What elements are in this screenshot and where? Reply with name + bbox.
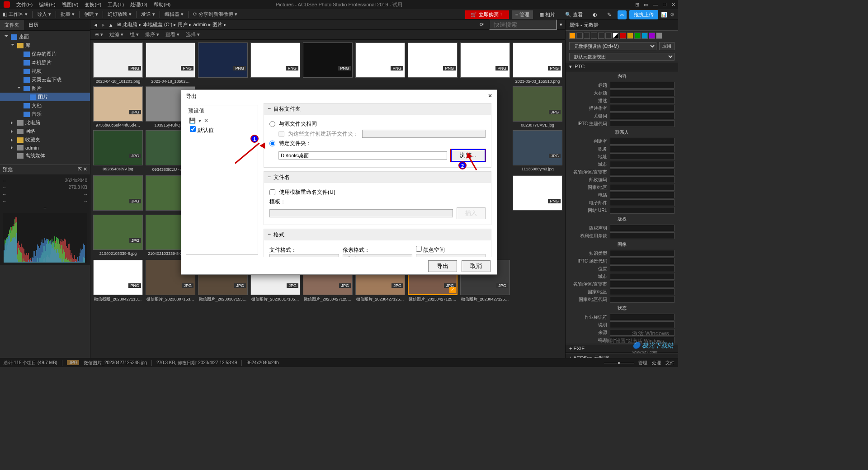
thumbnail[interactable]: PNG	[460, 42, 510, 84]
meta-input[interactable]	[610, 314, 675, 320]
thumbnail[interactable]: JPG0928548sjNV.jpg	[93, 130, 143, 173]
tab-folders[interactable]: 文件夹	[0, 20, 24, 30]
filter-select[interactable]: 选择 ▾	[186, 31, 200, 38]
breadcrumb[interactable]: 🖥 此电脑 ▸ 本地磁盘 (C:) ▸ 用户 ▸ admin ▸ 图片 ▸	[116, 21, 226, 28]
label-yellow[interactable]	[627, 33, 633, 39]
meta-input[interactable]	[610, 176, 675, 183]
file-format-select[interactable]: JPG - JPEG	[269, 254, 339, 257]
status-manage[interactable]: 管理	[638, 360, 647, 366]
filter-sort[interactable]: 排序 ▾	[145, 31, 159, 38]
tb-workspace[interactable]: ◧ 工作区 ▾	[3, 11, 28, 18]
tb-send[interactable]: 发送 ▾	[141, 11, 155, 18]
thumbnail[interactable]: JPG210402103339-8.jpg	[93, 215, 143, 257]
meta-input[interactable]	[610, 113, 675, 119]
meta-input[interactable]	[610, 199, 675, 206]
menu-view[interactable]: 视图(V)	[62, 1, 79, 8]
meta-input[interactable]	[610, 82, 675, 89]
metadata-preset-select[interactable]: 元数据预设值 (Ctrl+M)	[569, 42, 656, 50]
tree-item[interactable]: admin	[0, 144, 90, 151]
tree-item[interactable]: 保存的图片	[0, 50, 90, 58]
section-iptc[interactable]: ▾ IPTC	[566, 62, 678, 71]
tree-item[interactable]: 收藏夹	[0, 136, 90, 144]
status-file[interactable]: 文件	[665, 360, 675, 366]
chart-icon[interactable]: 📊	[661, 12, 667, 18]
tree-item[interactable]: 图片	[0, 84, 90, 93]
meta-input[interactable]	[610, 232, 675, 239]
menu-file[interactable]: 文件(F)	[16, 1, 33, 8]
filter-view[interactable]: 查看 ▾	[165, 31, 179, 38]
menu-process[interactable]: 处理(O)	[130, 1, 147, 8]
section-dest-header[interactable]: −目标文件夹	[264, 103, 491, 115]
thumbnail[interactable]: JPG	[93, 175, 143, 212]
rate-1[interactable]	[576, 33, 583, 39]
btn-sync-icon[interactable]: ⊞	[635, 2, 639, 8]
mode-photos[interactable]: ▦ 相片	[536, 10, 559, 19]
meta-input[interactable]	[610, 207, 675, 214]
preset-default[interactable]: 默认值	[186, 125, 258, 136]
meta-input[interactable]	[610, 97, 675, 104]
meta-input[interactable]	[610, 281, 675, 287]
meta-input[interactable]	[610, 296, 675, 303]
tb-slideshow[interactable]: 幻灯放映 ▾	[108, 11, 132, 18]
tree-item[interactable]: 天翼云盘下载	[0, 75, 90, 84]
thumbnail[interactable]: PNG微信截图_20230427113…	[93, 260, 143, 302]
tree-item[interactable]: 离线媒体	[0, 151, 90, 160]
pixel-format-select[interactable]: 自动	[343, 254, 412, 257]
preset-default-check[interactable]	[190, 126, 196, 132]
meta-input[interactable]	[610, 89, 675, 96]
color-orange[interactable]	[569, 33, 576, 39]
preset-dropdown-icon[interactable]: ▾	[198, 118, 201, 124]
cloud-icon[interactable]: ∞	[618, 10, 627, 19]
thumbnail[interactable]: PNG	[408, 42, 458, 84]
preset-delete-icon[interactable]: ✕	[204, 118, 208, 124]
thumbnail[interactable]: JPG9736b68c68f444f65d4…	[93, 86, 143, 127]
meta-input[interactable]	[610, 250, 675, 257]
thumbnail[interactable]: PNG2023-04-18_101203.png	[93, 42, 143, 84]
tree-item[interactable]: 库	[0, 41, 90, 50]
folder-tree[interactable]: 桌面库保存的图片本机照片视频天翼云盘下载图片图片文档音乐此电脑网络收藏夹admi…	[0, 31, 90, 162]
tb-share[interactable]: ⟳ 分享到新浪微博 ▾	[193, 11, 237, 18]
meta-input[interactable]	[610, 138, 675, 145]
thumbnail[interactable]: PNG	[198, 42, 248, 84]
tree-item[interactable]: 桌面	[0, 33, 90, 41]
apply-button[interactable]: 应用	[659, 42, 675, 50]
filter-filter[interactable]: 过滤 ▾	[109, 31, 123, 38]
meta-input[interactable]	[610, 169, 675, 175]
thumbnail[interactable]: JPG0823077CAVE.jpg	[513, 86, 562, 127]
search-input[interactable]	[489, 19, 557, 30]
meta-input[interactable]	[610, 225, 675, 231]
nav-back-icon[interactable]: ◄	[93, 22, 98, 28]
rate-4[interactable]	[598, 33, 604, 39]
mode-x1[interactable]: ◐	[589, 11, 601, 19]
meta-input[interactable]	[610, 258, 675, 264]
meta-input[interactable]	[610, 265, 675, 272]
thumbnail[interactable]: PNG2023-05-03_155510.png	[513, 42, 562, 84]
label-red[interactable]	[620, 33, 626, 39]
zoom-slider[interactable]: ———●———	[604, 360, 634, 365]
meta-input[interactable]	[610, 184, 675, 191]
radio-same-folder[interactable]	[269, 121, 275, 127]
check-use-template[interactable]	[269, 189, 275, 195]
tree-item[interactable]: 视频	[0, 67, 90, 75]
help-icon[interactable]: ▾	[560, 22, 562, 28]
nav-fwd-icon[interactable]: ►	[101, 22, 106, 28]
menu-edit[interactable]: 编辑(E)	[39, 1, 56, 8]
btn-maximize-icon[interactable]: ☐	[662, 2, 667, 8]
label-gray[interactable]	[656, 33, 662, 39]
dialog-close-icon[interactable]: ✕	[488, 93, 492, 100]
status-process[interactable]: 处理	[652, 360, 661, 366]
label-bw[interactable]	[613, 33, 619, 39]
check-colorspace[interactable]	[416, 246, 422, 252]
upload-button[interactable]: 拖拽上传	[629, 10, 658, 19]
mode-manage[interactable]: ≡ 管理	[512, 10, 533, 19]
mode-x2[interactable]: ✎	[604, 11, 615, 19]
dest-path-input[interactable]	[278, 151, 447, 160]
gear-icon[interactable]: ⚙	[670, 12, 675, 18]
meta-input[interactable]	[610, 321, 675, 328]
tree-item[interactable]: 文档	[0, 101, 90, 110]
thumbnail[interactable]: PNG	[513, 175, 562, 212]
export-button[interactable]: 导出	[428, 260, 457, 272]
tb-import[interactable]: 导入 ▾	[37, 11, 51, 18]
cancel-button[interactable]: 取消	[462, 260, 491, 272]
radio-specific-folder[interactable]	[269, 141, 275, 146]
